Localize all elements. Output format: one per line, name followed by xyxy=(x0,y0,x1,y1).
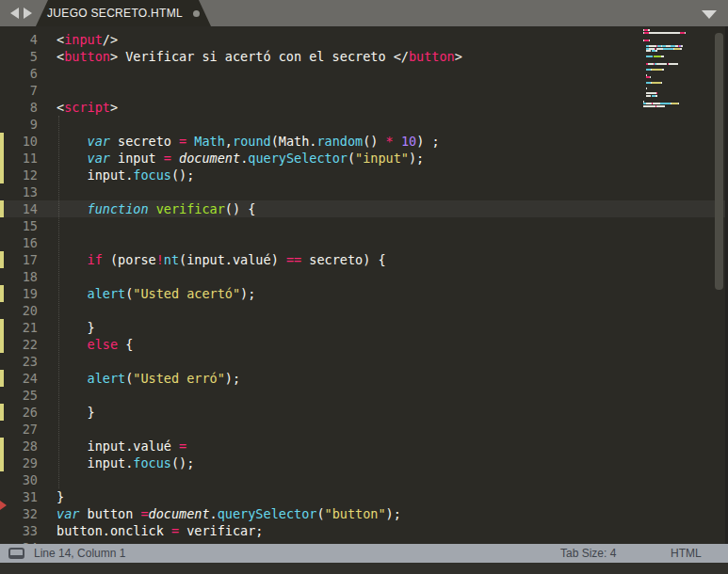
code-line-30[interactable]: 30 xyxy=(0,471,728,488)
code-line-17[interactable]: 17 if (porse!nt(input.valué) == secreto)… xyxy=(0,251,728,268)
code-text: alert("Usted acertó"); xyxy=(57,285,255,302)
line-number: 8 xyxy=(0,99,38,116)
code-line-33[interactable]: 33button.onclick = verificar; xyxy=(0,522,728,539)
minimap[interactable] xyxy=(643,29,711,142)
code-line-7[interactable]: 7 xyxy=(0,82,728,99)
code-line-21[interactable]: 21 } xyxy=(0,319,728,336)
minimap-line xyxy=(643,88,711,90)
code-line-8[interactable]: 8<script> xyxy=(0,99,728,116)
code-editor[interactable]: 4<input/>5<button> Verificar si acertó c… xyxy=(0,26,728,544)
code-text: if (porse!nt(input.valué) == secreto) { xyxy=(57,251,386,268)
code-text: } xyxy=(57,404,95,421)
code-line-9[interactable]: 9 xyxy=(0,116,728,133)
code-text: <button> Verificar si acertó con el secr… xyxy=(57,48,462,65)
code-text: var input = document.querySelector("inpu… xyxy=(57,150,424,167)
code-text: var button =document.querySelector("butt… xyxy=(57,505,401,522)
code-line-13[interactable]: 13 xyxy=(0,183,728,200)
line-number: 23 xyxy=(0,353,38,370)
window-bottom-edge xyxy=(0,563,728,574)
minimap-line xyxy=(643,50,711,53)
line-number: 11 xyxy=(0,150,38,167)
code-line-5[interactable]: 5<button> Verificar si acertó con el sec… xyxy=(0,48,728,65)
line-number: 12 xyxy=(0,167,38,183)
line-number: 15 xyxy=(0,217,38,234)
code-line-14[interactable]: 14 function verificar() { xyxy=(0,200,728,217)
minimap-line xyxy=(643,56,711,58)
sublime-window: JUEGO SECRETO.HTML 4<input/>5<button> Ve… xyxy=(0,0,728,574)
minimap-line xyxy=(643,82,711,85)
code-text: input.focus(); xyxy=(57,454,194,471)
code-line-15[interactable]: 15 xyxy=(0,217,728,234)
code-line-22[interactable]: 22 else { xyxy=(0,336,728,353)
code-line-31[interactable]: 31} xyxy=(0,488,728,505)
code-text: <input/> xyxy=(57,31,118,48)
code-line-29[interactable]: 29 input.focus(); xyxy=(0,454,728,471)
line-number: 20 xyxy=(0,302,38,319)
tab-bar: JUEGO SECRETO.HTML xyxy=(0,0,728,26)
line-number: 13 xyxy=(0,183,38,200)
line-number: 18 xyxy=(0,268,38,285)
tab-scroll-right-icon[interactable] xyxy=(24,8,32,19)
tab-juego-secreto[interactable]: JUEGO SECRETO.HTML xyxy=(36,0,211,26)
code-line-18[interactable]: 18 xyxy=(0,268,728,285)
line-number: 17 xyxy=(0,251,38,268)
line-number: 21 xyxy=(0,319,38,336)
code-text: button.onclick = verificar; xyxy=(57,522,263,539)
code-line-23[interactable]: 23 xyxy=(0,353,728,370)
code-line-6[interactable]: 6 xyxy=(0,65,728,82)
code-text: input.focus(); xyxy=(57,167,194,183)
code-line-12[interactable]: 12 input.focus(); xyxy=(0,167,728,183)
code-line-27[interactable]: 27 xyxy=(0,421,728,438)
tab-scroll-left-icon[interactable] xyxy=(10,8,19,19)
tab-size-button[interactable]: Tab Size: 4 xyxy=(560,547,616,560)
tab-overflow-menu-icon[interactable] xyxy=(702,10,717,19)
code-text: alert("Usted erró"); xyxy=(57,370,240,387)
code-line-10[interactable]: 10 var secreto = Math,round(Math.random(… xyxy=(0,133,728,150)
line-number: 30 xyxy=(0,471,38,488)
code-line-19[interactable]: 19 alert("Usted acertó"); xyxy=(0,285,728,302)
code-text: input.valué = xyxy=(57,438,186,454)
cursor-position-label: Line 14, Column 1 xyxy=(34,547,125,560)
code-line-4[interactable]: 4<input/> xyxy=(0,31,728,48)
code-line-32[interactable]: 32var button =document.querySelector("bu… xyxy=(0,505,728,522)
code-line-16[interactable]: 16 xyxy=(0,234,728,251)
minimap-line xyxy=(643,69,711,72)
line-number: 6 xyxy=(0,65,38,82)
code-text: var secreto = Math,round(Math.random() *… xyxy=(57,133,440,150)
panel-toggle-icon[interactable] xyxy=(8,548,24,559)
line-number: 25 xyxy=(0,387,38,404)
line-number: 28 xyxy=(0,438,38,454)
line-number: 27 xyxy=(0,421,38,438)
scrollbar-thumb[interactable] xyxy=(715,33,723,290)
deleted-lines-marker-icon xyxy=(0,501,7,510)
line-number: 9 xyxy=(0,116,38,133)
line-number: 24 xyxy=(0,370,38,387)
minimap-line xyxy=(643,63,711,66)
code-line-20[interactable]: 20 xyxy=(0,302,728,319)
minimap-line xyxy=(643,95,711,98)
minimap-line xyxy=(643,105,711,108)
line-number: 33 xyxy=(0,522,38,539)
line-number: 4 xyxy=(0,31,38,48)
line-number: 7 xyxy=(0,82,38,99)
code-lines: 4<input/>5<button> Verificar si acertó c… xyxy=(0,31,728,544)
code-text: <script> xyxy=(57,99,118,116)
minimap-line xyxy=(643,40,711,42)
code-line-24[interactable]: 24 alert("Usted erró"); xyxy=(0,370,728,387)
line-number: 14 xyxy=(0,200,38,217)
syntax-button[interactable]: HTML xyxy=(671,547,702,560)
code-text: } xyxy=(57,488,64,505)
tab-title: JUEGO SECRETO.HTML xyxy=(47,7,183,20)
code-line-26[interactable]: 26 } xyxy=(0,404,728,421)
code-text: function verificar() { xyxy=(57,200,255,217)
code-text: else { xyxy=(57,336,133,353)
code-line-28[interactable]: 28 input.valué = xyxy=(0,438,728,454)
line-number: 26 xyxy=(0,404,38,421)
code-line-25[interactable]: 25 xyxy=(0,387,728,404)
minimap-line xyxy=(643,76,711,79)
line-number: 16 xyxy=(0,234,38,251)
line-number: 5 xyxy=(0,48,38,65)
line-number: 19 xyxy=(0,285,38,302)
code-line-11[interactable]: 11 var input = document.querySelector("i… xyxy=(0,150,728,167)
unsaved-changes-dot-icon[interactable] xyxy=(193,10,200,17)
